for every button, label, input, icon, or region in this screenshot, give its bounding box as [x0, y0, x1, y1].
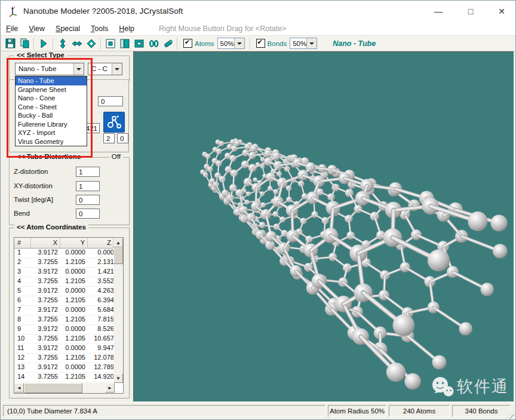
dropdown-option[interactable]: Nano - Cone — [16, 94, 87, 103]
table-row[interactable]: 83.72551.21057.8155 — [14, 315, 123, 325]
rotate-view-button[interactable] — [84, 37, 99, 50]
column-header[interactable]: X — [31, 238, 60, 249]
bonds-checkbox[interactable] — [256, 39, 265, 48]
table-row[interactable]: 63.72551.21056.3945 — [14, 296, 123, 306]
bonds-size-value: 50% — [293, 40, 306, 47]
split-view-button[interactable] — [118, 37, 132, 50]
frame-view-button[interactable] — [132, 37, 146, 50]
dropdown-option[interactable]: Graphene Sheet — [16, 85, 87, 94]
viewport-background — [134, 52, 514, 401]
table-row[interactable]: 73.91720.00005.6840 — [14, 306, 123, 315]
dropdown-option[interactable]: Bucky - Ball — [16, 111, 87, 120]
scroll-track[interactable] — [82, 383, 105, 393]
copy-button[interactable] — [17, 37, 32, 50]
center-view-icon — [105, 38, 116, 49]
svg-text:z: z — [14, 5, 16, 9]
table-row[interactable]: 103.72551.210510.6575 — [14, 335, 123, 344]
pen-button[interactable] — [161, 37, 175, 50]
atom-count-status: 240 Atoms — [389, 405, 450, 417]
render-viewport[interactable]: 软件通 — [133, 51, 514, 401]
molecule-viewer-button[interactable] — [103, 112, 125, 133]
dropdown-option[interactable]: XYZ - Import — [16, 128, 87, 137]
copy-icon — [19, 38, 30, 49]
vertical-scroll-thumb[interactable] — [113, 247, 123, 264]
twist-field[interactable] — [76, 195, 100, 205]
run-button[interactable] — [36, 37, 51, 50]
frame-view-icon — [134, 38, 145, 49]
column-header[interactable]: # — [14, 238, 31, 249]
atom-coordinates-table: # X Y Z 13.91720.00000.0000 23.72551.210… — [14, 237, 124, 394]
table-row[interactable]: 113.91720.00009.9470 — [14, 344, 123, 354]
app-window: z Nanotube Modeler ?2005-2018, JCrystalS… — [0, 0, 516, 420]
toolbar-separator — [177, 38, 178, 50]
table-row[interactable]: 43.72551.21053.5525 — [14, 277, 123, 287]
dropdown-option[interactable]: Nano - Tube — [16, 76, 87, 85]
dropdown-option[interactable]: Cone - Sheet — [16, 103, 87, 112]
bonds-size-combo[interactable]: 50% — [290, 38, 317, 49]
chevron-down-icon[interactable] — [234, 38, 244, 48]
fit-vertical-button[interactable] — [56, 37, 70, 50]
dropdown-option[interactable]: Virus Geometry — [16, 137, 87, 146]
column-header[interactable]: Z — [88, 238, 113, 249]
bonds-label: Bonds — [268, 40, 287, 47]
dropdown-option[interactable]: Fullerene Library — [16, 120, 87, 129]
fit-horizontal-icon — [72, 38, 82, 49]
bend-field[interactable] — [76, 209, 100, 219]
rotate-view-icon — [86, 38, 97, 49]
scroll-right-icon[interactable]: ► — [105, 383, 115, 393]
horizontal-scrollbar[interactable]: ◄ ► — [14, 383, 115, 393]
bond-count-status: 340 Bonds — [452, 405, 511, 417]
type-combobox[interactable]: Nano - Tube — [15, 63, 84, 75]
table-row[interactable]: 93.91720.00008.5260 — [14, 325, 123, 335]
table-header-row: # X Y Z — [14, 238, 123, 249]
chevron-down-icon[interactable] — [73, 63, 84, 75]
molecule-icon — [106, 114, 122, 130]
menu-view[interactable]: View — [23, 22, 50, 35]
parameter-a-field[interactable] — [103, 133, 115, 143]
table-row[interactable]: 33.91720.00001.4210 — [14, 268, 123, 277]
bond-combobox-value: C - C — [91, 65, 108, 72]
atoms-checkbox[interactable] — [183, 39, 192, 48]
type-dropdown-list: Nano - Tube Graphene Sheet Nano - Cone C… — [15, 76, 87, 146]
atoms-size-combo[interactable]: 50% — [217, 38, 245, 49]
table-row[interactable]: 123.72551.210512.0785 — [14, 354, 123, 363]
vertical-scrollbar[interactable]: ▲ ▼ — [113, 238, 123, 383]
maximize-button[interactable]: □ — [458, 3, 483, 20]
table-row[interactable]: 133.91720.000012.7890 — [14, 363, 123, 373]
fit-horizontal-button[interactable] — [70, 37, 84, 50]
app-icon: z — [7, 5, 19, 17]
close-button[interactable]: ✕ — [489, 3, 514, 20]
chevron-down-icon[interactable] — [306, 38, 317, 48]
title-bar: z Nanotube Modeler ?2005-2018, JCrystalS… — [1, 1, 515, 22]
table-row[interactable]: 13.91720.00000.0000 — [14, 249, 123, 258]
table-row[interactable]: 23.72551.21052.1315 — [14, 258, 123, 268]
parameter-top-field[interactable] — [98, 96, 123, 106]
menu-tools[interactable]: Tools — [85, 22, 113, 35]
scroll-up-icon[interactable]: ▲ — [113, 238, 123, 247]
bend-label: Bend — [14, 210, 30, 217]
parameter-b-field[interactable] — [117, 133, 128, 143]
table-row[interactable]: 53.91720.00004.2630 — [14, 287, 123, 296]
menu-special[interactable]: Special — [50, 22, 85, 35]
scroll-left-icon[interactable]: ◄ — [14, 383, 24, 393]
atom-coordinates-header: << Atom Coordinates — [14, 223, 88, 231]
xy-distortion-field[interactable] — [76, 181, 100, 191]
minimize-button[interactable]: — — [426, 3, 451, 20]
menu-help[interactable]: Help — [113, 22, 140, 35]
save-button[interactable] — [3, 37, 17, 50]
column-header[interactable]: Y — [60, 238, 88, 249]
toolbar-separator — [100, 38, 102, 50]
type-combobox-value: Nano - Tube — [19, 65, 56, 72]
menu-file[interactable]: File — [1, 22, 23, 35]
side-panel: << Select Type Nano - Tube C - C — [1, 51, 133, 402]
window-title: Nanotube Modeler ?2005-2018, JCrystalSof… — [23, 1, 183, 22]
stereo-view-button[interactable] — [146, 37, 161, 50]
horizontal-scroll-thumb[interactable] — [24, 383, 82, 393]
scroll-down-icon[interactable]: ▼ — [113, 373, 123, 383]
chevron-down-icon[interactable] — [112, 63, 122, 75]
center-view-button[interactable] — [103, 37, 118, 50]
atoms-size-value: 50% — [220, 40, 234, 47]
z-distortion-field[interactable] — [76, 167, 100, 177]
table-row[interactable]: 143.72551.210514.9205 — [14, 373, 123, 382]
bond-combobox[interactable]: C - C — [88, 63, 122, 75]
